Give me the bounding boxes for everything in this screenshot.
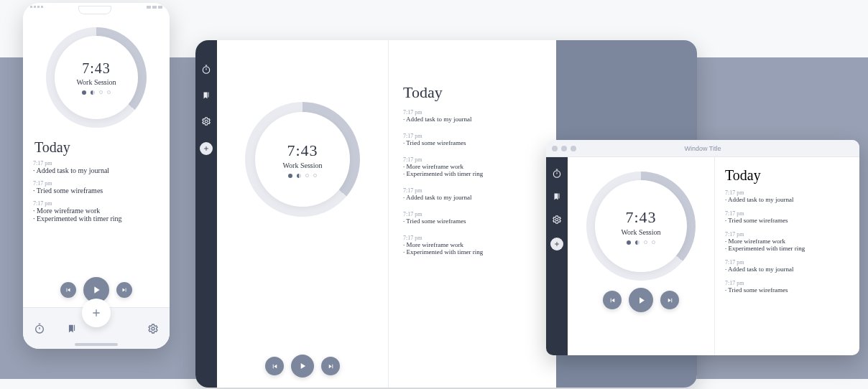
timer-pane: 7:43 Work Session (568, 157, 714, 355)
sidebar (546, 157, 568, 355)
plus-icon (91, 307, 102, 319)
entry-time: 7:17 pm (403, 187, 539, 194)
sidebar-item-settings[interactable] (552, 215, 562, 225)
timer-time: 7:43 (76, 60, 116, 77)
stopwatch-icon (34, 323, 45, 334)
entry-time: 7:17 pm (33, 180, 160, 187)
journal-pane: Today 7:17 pm· Added task to my journal7… (388, 40, 556, 388)
sidebar-add-button[interactable] (550, 238, 563, 250)
media-controls (571, 288, 711, 312)
journal-entry[interactable]: 7:17 pm· Tried some wireframes (403, 133, 539, 146)
entry-text: · Experimented with timer ring (403, 248, 539, 256)
entry-time: 7:17 pm (725, 231, 849, 238)
journal-entry[interactable]: 7:17 pm· Added task to my journal (33, 160, 160, 174)
journal-entry[interactable]: 7:17 pm· Tried some wireframes (403, 211, 539, 225)
entry-time: 7:17 pm (725, 189, 849, 196)
journal-entry[interactable]: 7:17 pm· Tried some wireframes (725, 210, 849, 224)
gear-icon (552, 215, 562, 225)
journal-entry[interactable]: 7:17 pm· Tried some wireframes (33, 180, 160, 194)
journal-entry[interactable]: 7:17 pm· Tried some wireframes (725, 280, 849, 294)
play-icon (636, 295, 647, 306)
journal-entry[interactable]: 7:17 pm· Added task to my journal (725, 259, 849, 273)
timer-label: Work Session (282, 161, 322, 169)
entry-time: 7:17 pm (33, 160, 160, 167)
play-button[interactable] (629, 288, 653, 312)
svg-point-1 (152, 327, 154, 330)
next-button[interactable] (116, 282, 132, 298)
prev-button[interactable] (60, 282, 76, 298)
entry-time: 7:17 pm (403, 133, 539, 139)
timer-page-dots (282, 174, 322, 178)
entry-text: · Added task to my journal (403, 194, 539, 201)
sidebar-item-journal[interactable] (552, 192, 562, 202)
sidebar (195, 40, 217, 388)
today-heading: Today (34, 139, 160, 156)
window-title: Window Title (546, 145, 859, 152)
today-heading: Today (725, 167, 849, 184)
journal-entry[interactable]: 7:17 pm· Added task to my journal (403, 109, 539, 123)
window-titlebar[interactable]: Window Title (546, 140, 859, 157)
skip-forward-icon (327, 362, 335, 370)
skip-forward-icon (666, 296, 674, 304)
phone-statusbar (23, 3, 170, 19)
add-button[interactable] (82, 299, 111, 327)
entry-text: · Added task to my journal (403, 116, 539, 123)
sidebar-add-button[interactable] (200, 142, 213, 155)
entry-time: 7:17 pm (403, 156, 539, 163)
journal-entry[interactable]: 7:17 pm· More wireframe work· Experiment… (725, 231, 849, 252)
timer-ring[interactable]: 7:43 Work Session (245, 102, 360, 217)
today-heading: Today (403, 83, 539, 102)
timer-ring[interactable]: 7:43 Work Session (46, 27, 147, 128)
play-icon (297, 361, 308, 371)
next-button[interactable] (660, 291, 679, 309)
entry-text: · Added task to my journal (33, 167, 160, 174)
journal-entry[interactable]: 7:17 pm· More wireframe work· Experiment… (33, 200, 160, 222)
sidebar-item-settings[interactable] (201, 116, 211, 126)
journal-list: 7:17 pm· Added task to my journal7:17 pm… (33, 160, 160, 222)
next-button[interactable] (321, 357, 340, 375)
entry-text: · More wireframe work (33, 207, 160, 215)
gear-icon (201, 116, 211, 126)
entry-text: · Added task to my journal (725, 196, 849, 203)
play-button[interactable] (291, 355, 314, 378)
bookmark-icon (67, 324, 77, 334)
prev-button[interactable] (265, 357, 284, 375)
plus-icon (553, 240, 560, 248)
timer-time: 7:43 (282, 141, 322, 160)
timer-ring[interactable]: 7:43 Work Session (586, 172, 696, 281)
nav-timer[interactable] (33, 322, 46, 335)
entry-time: 7:17 pm (725, 259, 849, 266)
phone-notch (78, 6, 111, 14)
desktop-window: Window Title 7:43 Work Session (546, 140, 859, 355)
nav-settings[interactable] (147, 322, 160, 335)
entry-time: 7:17 pm (33, 200, 160, 207)
nav-journal[interactable] (65, 322, 78, 335)
stopwatch-icon (552, 169, 562, 179)
sidebar-item-timer[interactable] (201, 65, 211, 75)
entry-text: · Experimented with timer ring (725, 245, 849, 252)
journal-entry[interactable]: 7:17 pm· Added task to my journal (403, 187, 539, 201)
entry-text: · Tried some wireframes (725, 286, 849, 294)
entry-text: · Added task to my journal (725, 266, 849, 273)
svg-point-3 (205, 120, 208, 123)
timer-page-dots (621, 240, 660, 245)
journal-list: 7:17 pm· Added task to my journal7:17 pm… (403, 109, 539, 256)
entry-time: 7:17 pm (725, 280, 849, 286)
journal-entry[interactable]: 7:17 pm· More wireframe work· Experiment… (403, 235, 539, 256)
prev-button[interactable] (603, 291, 622, 309)
journal-entry[interactable]: 7:17 pm· Added task to my journal (725, 189, 849, 203)
bookmark-icon (553, 192, 561, 201)
timer-label: Work Session (621, 228, 660, 236)
journal-entry[interactable]: 7:17 pm· More wireframe work· Experiment… (403, 156, 539, 177)
bookmark-icon (202, 91, 211, 100)
sidebar-item-journal[interactable] (201, 90, 211, 100)
sidebar-item-timer[interactable] (552, 169, 562, 179)
home-indicator (75, 343, 118, 346)
entry-text: · Experimented with timer ring (33, 215, 160, 222)
entry-time: 7:17 pm (403, 211, 539, 217)
entry-time: 7:17 pm (403, 109, 539, 116)
svg-point-0 (35, 325, 43, 333)
skip-back-icon (271, 362, 279, 370)
timer-page-dots (76, 90, 116, 95)
journal-pane: Today 7:17 pm· Added task to my journal7… (714, 157, 859, 355)
